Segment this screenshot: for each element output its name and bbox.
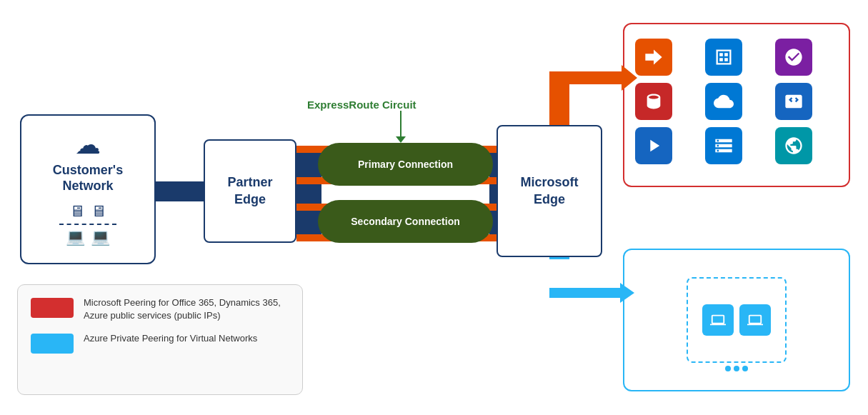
vm-icon-2 — [739, 304, 771, 336]
cloud-icon — [705, 83, 742, 120]
office365-icon — [635, 39, 672, 76]
office365-box — [623, 23, 850, 187]
customer-network-box: ☁ Customer's Network 🖥 🖥 💻 💻 — [20, 114, 156, 264]
vm-icons-row — [702, 304, 771, 336]
stream-icon — [635, 127, 672, 164]
customer-to-partner-connector — [156, 181, 206, 201]
azure-private-box — [623, 249, 850, 391]
web-icon — [775, 127, 812, 164]
customer-cloud-icon: ☁ — [75, 130, 101, 160]
dot-1 — [725, 366, 731, 371]
network-devices: 🖥 🖥 💻 💻 — [59, 202, 116, 246]
elephant-icon — [775, 39, 812, 76]
secondary-connection-label: Secondary Connection — [351, 216, 459, 227]
diagram-container: ☁ Customer's Network 🖥 🖥 💻 💻 Partner Edg… — [0, 0, 868, 415]
api-icon — [775, 83, 812, 120]
legend-color-blue — [31, 334, 74, 354]
microsoft-edge-label: Microsoft Edge — [521, 174, 579, 208]
vm-icon-1 — [702, 304, 734, 336]
legend-item-2: Azure Private Peering for Virtual Networ… — [31, 332, 289, 354]
customer-network-label: Customer's Network — [53, 163, 123, 194]
orange-horizontal-right — [549, 71, 626, 84]
primary-connection-label: Primary Connection — [358, 159, 453, 170]
orange-arrowhead — [622, 65, 637, 91]
primary-connection-pill: Primary Connection — [318, 143, 493, 186]
partner-edge-label: Partner Edge — [227, 174, 272, 208]
microsoft-edge-box: Microsoft Edge — [497, 125, 602, 257]
secondary-connection-pill: Secondary Connection — [318, 200, 493, 243]
storage-icon — [705, 127, 742, 164]
expressroute-arrow-line — [400, 111, 401, 139]
legend-text-1: Microsoft Peering for Office 365, Dynami… — [84, 296, 289, 322]
computer-icon-4: 💻 — [91, 228, 110, 246]
sql-icon — [635, 83, 672, 120]
azure-vnet-inner — [687, 277, 787, 363]
connection-dots — [725, 366, 748, 371]
office-icons-grid — [624, 24, 849, 171]
computer-icon-3: 💻 — [66, 228, 85, 246]
dot-3 — [742, 366, 748, 371]
azure-horizontal-right — [549, 288, 624, 298]
partner-edge-box: Partner Edge — [204, 139, 296, 243]
expressroute-label: ExpressRoute Circuit — [307, 99, 416, 111]
computer-icon-1: 🖥 — [69, 202, 85, 221]
azure-arrowhead — [620, 283, 634, 303]
dot-2 — [734, 366, 739, 371]
legend-item-1: Microsoft Peering for Office 365, Dynami… — [31, 296, 289, 322]
device-connection-line — [59, 224, 116, 225]
table-icon — [705, 39, 742, 76]
expressroute-arrowhead — [396, 136, 406, 143]
legend-text-2: Azure Private Peering for Virtual Networ… — [84, 332, 257, 345]
legend-box: Microsoft Peering for Office 365, Dynami… — [17, 284, 303, 395]
computer-icon-2: 🖥 — [91, 202, 106, 221]
legend-color-red — [31, 298, 74, 318]
